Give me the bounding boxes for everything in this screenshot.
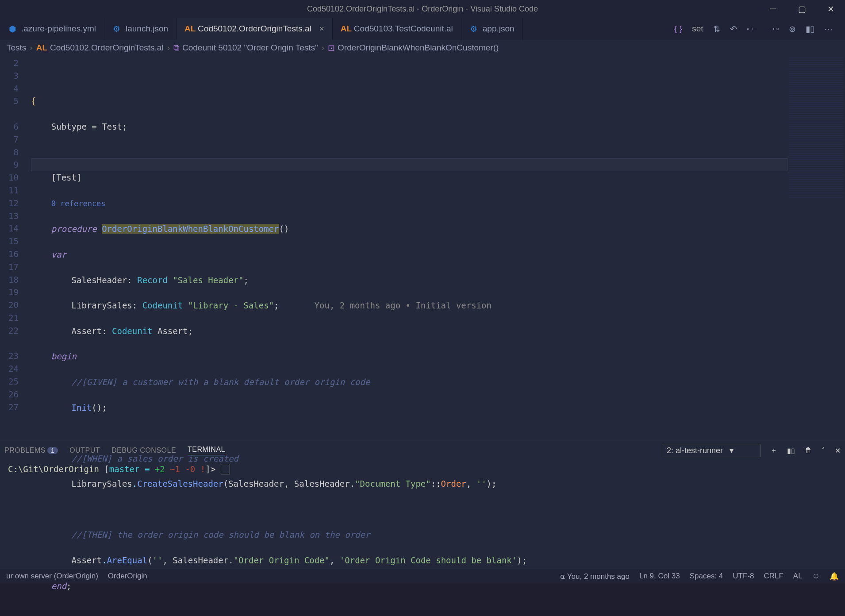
- compare-icon[interactable]: ⇅: [713, 24, 720, 34]
- kill-terminal-icon[interactable]: 🗑: [805, 447, 812, 454]
- line-gutter: 2345 678910111213141516171819202122 2324…: [0, 56, 31, 441]
- file-icon: ⚙: [112, 24, 121, 34]
- file-icon: AL: [184, 24, 193, 34]
- crumb-method: ⊡ OrderOriginBlankWhenBlankOnCustomer(): [328, 43, 499, 53]
- close-panel-icon[interactable]: ✕: [835, 447, 841, 455]
- al-file-icon: AL: [36, 43, 47, 53]
- revert-icon[interactable]: ↶: [730, 24, 737, 34]
- symbol-namespace-icon: ⧉: [173, 43, 180, 53]
- breadcrumb[interactable]: Tests › AL Cod50102.OrderOriginTests.al …: [0, 40, 845, 56]
- minimap-thumb: [789, 58, 843, 199]
- close-tab-icon[interactable]: ×: [319, 24, 324, 34]
- step-back-icon[interactable]: ◦←: [747, 24, 758, 34]
- code-content[interactable]: { Subtype = Test; [Test] 0 references pr…: [31, 56, 787, 441]
- editor-tab[interactable]: ALCod50102.OrderOriginTests.al×: [177, 18, 333, 40]
- symbol-method-icon: ⊡: [328, 43, 335, 53]
- codelens-references[interactable]: 0 references: [51, 199, 106, 208]
- tab-label: app.json: [483, 24, 515, 34]
- chevron-right-icon: ›: [167, 43, 170, 53]
- editor[interactable]: 2345 678910111213141516171819202122 2324…: [0, 56, 845, 441]
- chevron-up-icon[interactable]: ˄: [822, 447, 825, 455]
- editor-tabs: ⬢.azure-pipelines.yml⚙launch.jsonALCod50…: [0, 18, 845, 40]
- braces-icon[interactable]: { }: [674, 24, 682, 34]
- set-label: set: [692, 24, 703, 34]
- tab-label: launch.json: [126, 24, 168, 34]
- minimap[interactable]: [787, 56, 845, 441]
- file-icon: AL: [341, 24, 350, 34]
- feedback-icon[interactable]: ☺: [812, 572, 820, 581]
- bell-icon[interactable]: 🔔: [830, 572, 839, 581]
- chevron-right-icon: ›: [322, 43, 324, 53]
- split-editor-icon[interactable]: ▮▯: [806, 24, 814, 34]
- tab-label: .azure-pipelines.yml: [21, 24, 96, 34]
- tab-label: Cod50103.TestCodeunit.al: [354, 24, 453, 34]
- crumb-symbol: ⧉ Codeunit 50102 "Order Origin Tests": [173, 43, 318, 53]
- tab-label: Cod50102.OrderOriginTests.al: [198, 24, 311, 34]
- close-button[interactable]: ✕: [816, 0, 845, 18]
- status-language[interactable]: AL: [793, 572, 803, 581]
- run-icon[interactable]: ⊚: [789, 24, 796, 34]
- split-terminal-icon[interactable]: ▮▯: [787, 447, 795, 455]
- editor-tab[interactable]: ALCod50103.TestCodeunit.al: [333, 18, 461, 40]
- crumb-folder: Tests: [7, 43, 26, 53]
- step-forward-icon[interactable]: →◦: [768, 24, 779, 34]
- editor-tab[interactable]: ⚙launch.json: [104, 18, 177, 40]
- crumb-file: AL Cod50102.OrderOriginTests.al: [36, 43, 164, 53]
- editor-tab[interactable]: ⚙app.json: [461, 18, 523, 40]
- file-icon: ⬢: [8, 24, 17, 34]
- maximize-button[interactable]: ▢: [787, 0, 816, 18]
- git-blame-inline: You, 2 months ago • Initial version: [315, 300, 492, 310]
- more-icon[interactable]: ⋯: [824, 24, 833, 34]
- title-bar: Cod50102.OrderOriginTests.al - OrderOrig…: [0, 0, 845, 18]
- file-icon: ⚙: [469, 24, 478, 34]
- chevron-right-icon: ›: [30, 43, 32, 53]
- editor-tab[interactable]: ⬢.azure-pipelines.yml: [0, 18, 104, 40]
- window-title: Cod50102.OrderOriginTests.al - OrderOrig…: [307, 4, 538, 14]
- minimize-button[interactable]: ─: [759, 0, 787, 18]
